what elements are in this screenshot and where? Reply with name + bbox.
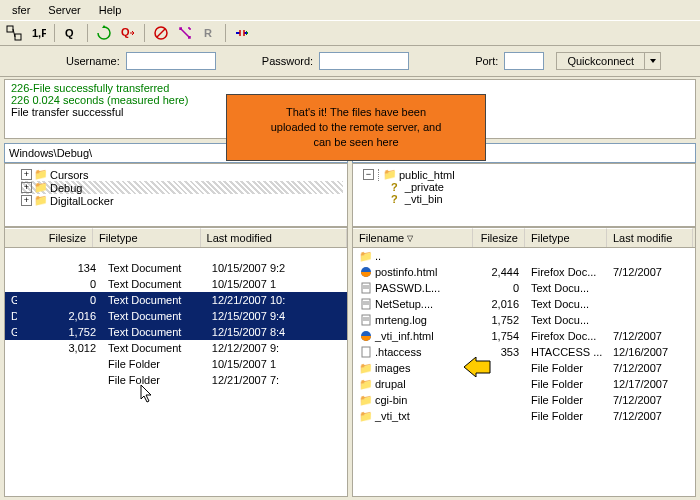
toggle-icon[interactable]: 1,F	[28, 23, 48, 43]
table-row[interactable]: File Folder10/15/2007 1	[5, 356, 347, 372]
collapse-icon[interactable]: −	[363, 169, 374, 180]
queue-icon[interactable]: Q	[61, 23, 81, 43]
local-file-list[interactable]: Filesize Filetype Last modified 134Text …	[4, 227, 348, 497]
tree-node[interactable]: _private	[405, 181, 444, 193]
table-row[interactable]: PASSWD.L...0Text Docu...	[353, 280, 695, 296]
col-filetype[interactable]: Filetype	[525, 228, 607, 247]
table-row[interactable]: _vti_inf.html1,754Firefox Doc...7/12/200…	[353, 328, 695, 344]
svg-text:Q: Q	[121, 26, 130, 38]
folder-icon: 📁	[359, 393, 373, 407]
callout-text: That's it! The files have been	[235, 105, 477, 120]
table-row[interactable]: G1,752Text Document12/15/2007 8:4	[5, 324, 347, 340]
expand-icon[interactable]: +	[21, 182, 32, 193]
toolbar-separator	[54, 24, 55, 42]
table-row[interactable]: 0Text Document10/15/2007 1	[5, 276, 347, 292]
table-row[interactable]: 📁drupalFile Folder12/17/2007	[353, 376, 695, 392]
site-manager-icon[interactable]	[4, 23, 24, 43]
table-row[interactable]: 134Text Document10/15/2007 9:2	[5, 260, 347, 276]
tree-node[interactable]: DigitalLocker	[50, 195, 114, 207]
col-lastmod[interactable]: Last modified	[201, 228, 347, 247]
remote-file-list[interactable]: Filename▽ Filesize Filetype Last modifie…	[352, 227, 696, 497]
firefox-file-icon	[359, 265, 373, 279]
sort-desc-icon: ▽	[407, 234, 413, 243]
tree-node[interactable]: _vti_bin	[405, 193, 443, 205]
reconnect-icon[interactable]: R	[199, 23, 219, 43]
svg-rect-0	[7, 26, 13, 32]
table-row[interactable]: .htaccess353HTACCESS ...12/16/2007	[353, 344, 695, 360]
table-row[interactable]: File Folder12/21/2007 7:	[5, 372, 347, 388]
menu-help[interactable]: Help	[91, 2, 130, 18]
unknown-icon: ?	[391, 181, 398, 193]
disconnect-icon[interactable]	[232, 23, 252, 43]
firefox-file-icon	[359, 329, 373, 343]
folder-icon: 📁	[359, 409, 373, 423]
mouse-cursor-icon	[140, 384, 156, 406]
unknown-icon: ?	[391, 193, 398, 205]
expand-icon[interactable]: +	[21, 169, 32, 180]
table-row[interactable]: 📁..	[353, 248, 695, 264]
folder-icon: 📁	[359, 377, 373, 391]
table-row[interactable]: G0Text Document12/21/2007 10:	[5, 292, 347, 308]
stop-icon[interactable]	[175, 23, 195, 43]
svg-text:Q: Q	[65, 27, 74, 39]
table-row[interactable]: NetSetup....2,016Text Docu...	[353, 296, 695, 312]
folder-icon: 📁	[359, 361, 373, 375]
table-row[interactable]: DG2,016Text Document12/15/2007 9:4	[5, 308, 347, 324]
folder-icon: 📁	[34, 181, 48, 194]
col-filetype[interactable]: Filetype	[93, 228, 201, 247]
toolbar-separator	[144, 24, 145, 42]
local-tree[interactable]: +📁Cursors +📁Debug +📁DigitalLocker	[4, 163, 348, 227]
parent-dir-icon: 📁	[359, 249, 373, 263]
port-input[interactable]	[504, 52, 544, 70]
toolbar-separator	[87, 24, 88, 42]
toolbar-separator	[225, 24, 226, 42]
table-row[interactable]: 📁cgi-binFile Folder7/12/2007	[353, 392, 695, 408]
svg-rect-1	[15, 34, 21, 40]
log-line: 226-File successfully transferred	[11, 82, 689, 94]
col-filesize[interactable]: Filesize	[5, 228, 93, 247]
username-label: Username:	[66, 55, 120, 67]
callout-text: uploaded to the remote server, and	[235, 120, 477, 135]
port-label: Port:	[475, 55, 498, 67]
highlight-arrow-icon	[462, 357, 492, 379]
password-input[interactable]	[319, 52, 409, 70]
tree-node[interactable]: Debug	[50, 182, 82, 194]
menu-transfer[interactable]: sfer	[4, 2, 38, 18]
tree-node[interactable]: public_html	[399, 169, 455, 181]
svg-text:R: R	[204, 27, 212, 39]
cancel-icon[interactable]	[151, 23, 171, 43]
col-filename[interactable]: Filename▽	[353, 228, 473, 247]
tree-node[interactable]: Cursors	[50, 169, 89, 181]
expand-icon[interactable]: +	[21, 195, 32, 206]
table-row[interactable]: 📁imagesFile Folder7/12/2007	[353, 360, 695, 376]
table-row[interactable]: 📁_vti_txtFile Folder7/12/2007	[353, 408, 695, 424]
svg-rect-19	[362, 347, 370, 357]
table-row[interactable]: mrteng.log1,752Text Docu...	[353, 312, 695, 328]
process-queue-icon[interactable]: Q	[118, 23, 138, 43]
remote-tree[interactable]: −📁public_html ? _private ? _vti_bin	[352, 163, 696, 227]
username-input[interactable]	[126, 52, 216, 70]
table-row[interactable]: postinfo.html2,444Firefox Doc...7/12/200…	[353, 264, 695, 280]
callout-text: can be seen here	[235, 135, 477, 150]
menu-server[interactable]: Server	[40, 2, 88, 18]
file-icon	[359, 345, 373, 359]
quickconnect-button[interactable]: Quickconnect	[556, 52, 645, 70]
local-columns: Filesize Filetype Last modified	[5, 228, 347, 248]
text-file-icon	[359, 297, 373, 311]
quickconnect-bar: Username: Password: Port: Quickconnect	[0, 46, 700, 77]
svg-line-6	[157, 29, 165, 37]
svg-text:1,F: 1,F	[32, 27, 46, 39]
refresh-icon[interactable]	[94, 23, 114, 43]
folder-icon: 📁	[34, 168, 48, 181]
menu-bar: sfer Server Help	[0, 0, 700, 20]
quickconnect-dropdown-icon[interactable]	[645, 52, 661, 70]
toolbar: 1,F Q Q R	[0, 20, 700, 46]
col-lastmod[interactable]: Last modifie	[607, 228, 693, 247]
tutorial-callout: That's it! The files have been uploaded …	[226, 94, 486, 161]
folder-icon: 📁	[34, 194, 48, 207]
table-row[interactable]: 3,012Text Document12/12/2007 9:	[5, 340, 347, 356]
col-filesize[interactable]: Filesize	[473, 228, 525, 247]
folder-icon: 📁	[383, 168, 397, 181]
text-file-icon	[359, 313, 373, 327]
text-file-icon	[359, 281, 373, 295]
